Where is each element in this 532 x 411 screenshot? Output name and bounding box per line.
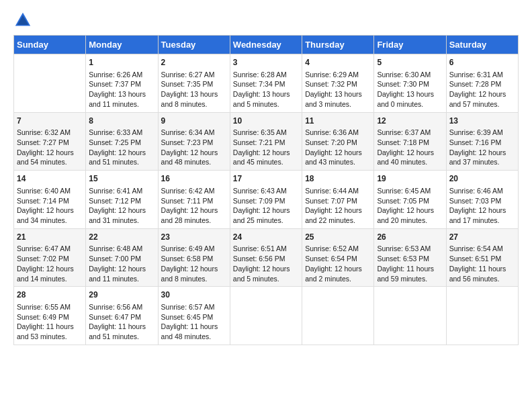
- day-info: Sunrise: 6:26 AM Sunset: 7:37 PM Dayligh…: [89, 70, 154, 109]
- calendar-cell: 28Sunrise: 6:55 AM Sunset: 6:49 PM Dayli…: [14, 287, 86, 345]
- day-number: 7: [17, 116, 83, 127]
- calendar-cell: 18Sunrise: 6:44 AM Sunset: 7:07 PM Dayli…: [302, 171, 374, 229]
- day-info: Sunrise: 6:51 AM Sunset: 6:56 PM Dayligh…: [233, 244, 299, 283]
- day-number: 1: [89, 57, 154, 68]
- calendar-cell: 12Sunrise: 6:37 AM Sunset: 7:18 PM Dayli…: [374, 112, 446, 171]
- day-info: Sunrise: 6:35 AM Sunset: 7:21 PM Dayligh…: [233, 128, 299, 167]
- day-number: 6: [449, 57, 515, 68]
- calendar-cell: 23Sunrise: 6:49 AM Sunset: 6:58 PM Dayli…: [158, 228, 230, 287]
- day-number: 21: [17, 232, 83, 243]
- day-number: 4: [305, 57, 371, 68]
- column-header-tuesday: Tuesday: [158, 36, 230, 54]
- day-number: 12: [377, 116, 443, 127]
- calendar-week-3: 14Sunrise: 6:40 AM Sunset: 7:14 PM Dayli…: [14, 171, 519, 229]
- calendar-header-row: SundayMondayTuesdayWednesdayThursdayFrid…: [14, 36, 519, 54]
- calendar-cell: 15Sunrise: 6:41 AM Sunset: 7:12 PM Dayli…: [86, 171, 158, 229]
- day-number: 15: [89, 173, 154, 185]
- calendar-cell: 6Sunrise: 6:31 AM Sunset: 7:28 PM Daylig…: [446, 54, 518, 113]
- calendar-table: SundayMondayTuesdayWednesdayThursdayFrid…: [13, 35, 519, 345]
- calendar-cell: 20Sunrise: 6:46 AM Sunset: 7:03 PM Dayli…: [446, 171, 518, 229]
- day-number: 14: [17, 173, 83, 185]
- calendar-cell: 22Sunrise: 6:48 AM Sunset: 7:00 PM Dayli…: [86, 228, 158, 287]
- calendar-cell: [446, 287, 518, 345]
- day-number: 11: [305, 116, 371, 127]
- day-info: Sunrise: 6:37 AM Sunset: 7:18 PM Dayligh…: [377, 128, 443, 167]
- column-header-thursday: Thursday: [302, 36, 374, 54]
- calendar-cell: 9Sunrise: 6:34 AM Sunset: 7:23 PM Daylig…: [158, 112, 230, 171]
- day-number: 8: [89, 116, 154, 127]
- day-info: Sunrise: 6:43 AM Sunset: 7:09 PM Dayligh…: [233, 186, 299, 226]
- day-info: Sunrise: 6:28 AM Sunset: 7:34 PM Dayligh…: [233, 70, 299, 109]
- calendar-cell: 10Sunrise: 6:35 AM Sunset: 7:21 PM Dayli…: [230, 112, 302, 171]
- calendar-week-5: 28Sunrise: 6:55 AM Sunset: 6:49 PM Dayli…: [14, 287, 519, 345]
- calendar-cell: 13Sunrise: 6:39 AM Sunset: 7:16 PM Dayli…: [446, 112, 518, 171]
- calendar-cell: 5Sunrise: 6:30 AM Sunset: 7:30 PM Daylig…: [374, 54, 446, 113]
- day-info: Sunrise: 6:45 AM Sunset: 7:05 PM Dayligh…: [377, 186, 443, 226]
- column-header-sunday: Sunday: [14, 36, 86, 54]
- calendar-cell: 11Sunrise: 6:36 AM Sunset: 7:20 PM Dayli…: [302, 112, 374, 171]
- day-info: Sunrise: 6:49 AM Sunset: 6:58 PM Dayligh…: [161, 244, 227, 283]
- day-info: Sunrise: 6:32 AM Sunset: 7:27 PM Dayligh…: [17, 128, 83, 167]
- day-info: Sunrise: 6:56 AM Sunset: 6:47 PM Dayligh…: [89, 302, 154, 342]
- column-header-friday: Friday: [374, 36, 446, 54]
- day-info: Sunrise: 6:44 AM Sunset: 7:07 PM Dayligh…: [305, 186, 371, 226]
- calendar-cell: 2Sunrise: 6:27 AM Sunset: 7:35 PM Daylig…: [158, 54, 230, 113]
- calendar-cell: [14, 54, 86, 113]
- calendar-cell: 25Sunrise: 6:52 AM Sunset: 6:54 PM Dayli…: [302, 228, 374, 287]
- day-number: 17: [233, 173, 299, 185]
- calendar-cell: 17Sunrise: 6:43 AM Sunset: 7:09 PM Dayli…: [230, 171, 302, 229]
- day-info: Sunrise: 6:34 AM Sunset: 7:23 PM Dayligh…: [161, 128, 227, 167]
- day-info: Sunrise: 6:55 AM Sunset: 6:49 PM Dayligh…: [17, 302, 83, 342]
- day-number: 18: [305, 173, 371, 185]
- calendar-week-1: 1Sunrise: 6:26 AM Sunset: 7:37 PM Daylig…: [14, 54, 519, 113]
- day-number: 27: [449, 232, 515, 243]
- calendar-cell: 14Sunrise: 6:40 AM Sunset: 7:14 PM Dayli…: [14, 171, 86, 229]
- day-number: 13: [449, 116, 515, 127]
- day-info: Sunrise: 6:48 AM Sunset: 7:00 PM Dayligh…: [89, 244, 154, 283]
- day-number: 16: [161, 173, 227, 185]
- day-info: Sunrise: 6:36 AM Sunset: 7:20 PM Dayligh…: [305, 128, 371, 167]
- calendar-cell: [302, 287, 374, 345]
- day-info: Sunrise: 6:42 AM Sunset: 7:11 PM Dayligh…: [161, 186, 227, 226]
- day-info: Sunrise: 6:46 AM Sunset: 7:03 PM Dayligh…: [449, 186, 515, 226]
- calendar-cell: 24Sunrise: 6:51 AM Sunset: 6:56 PM Dayli…: [230, 228, 302, 287]
- day-info: Sunrise: 6:54 AM Sunset: 6:51 PM Dayligh…: [449, 244, 515, 283]
- day-info: Sunrise: 6:53 AM Sunset: 6:53 PM Dayligh…: [377, 244, 443, 283]
- day-number: 24: [233, 232, 299, 243]
- day-number: 5: [377, 57, 443, 68]
- day-number: 23: [161, 232, 227, 243]
- calendar-cell: [230, 287, 302, 345]
- day-number: 9: [161, 116, 227, 127]
- day-number: 22: [89, 232, 154, 243]
- day-info: Sunrise: 6:33 AM Sunset: 7:25 PM Dayligh…: [89, 128, 154, 167]
- calendar-cell: 1Sunrise: 6:26 AM Sunset: 7:37 PM Daylig…: [86, 54, 158, 113]
- day-info: Sunrise: 6:30 AM Sunset: 7:30 PM Dayligh…: [377, 70, 443, 109]
- calendar-week-2: 7Sunrise: 6:32 AM Sunset: 7:27 PM Daylig…: [14, 112, 519, 171]
- calendar-cell: 19Sunrise: 6:45 AM Sunset: 7:05 PM Dayli…: [374, 171, 446, 229]
- calendar-cell: 4Sunrise: 6:29 AM Sunset: 7:32 PM Daylig…: [302, 54, 374, 113]
- day-info: Sunrise: 6:27 AM Sunset: 7:35 PM Dayligh…: [161, 70, 227, 109]
- day-number: 26: [377, 232, 443, 243]
- calendar-cell: 16Sunrise: 6:42 AM Sunset: 7:11 PM Dayli…: [158, 171, 230, 229]
- day-info: Sunrise: 6:47 AM Sunset: 7:02 PM Dayligh…: [17, 244, 83, 283]
- calendar-cell: 21Sunrise: 6:47 AM Sunset: 7:02 PM Dayli…: [14, 228, 86, 287]
- day-info: Sunrise: 6:57 AM Sunset: 6:45 PM Dayligh…: [161, 302, 227, 342]
- column-header-wednesday: Wednesday: [230, 36, 302, 54]
- day-info: Sunrise: 6:52 AM Sunset: 6:54 PM Dayligh…: [305, 244, 371, 283]
- day-number: 10: [233, 116, 299, 127]
- calendar-cell: 27Sunrise: 6:54 AM Sunset: 6:51 PM Dayli…: [446, 228, 518, 287]
- day-number: 19: [377, 173, 443, 185]
- day-info: Sunrise: 6:40 AM Sunset: 7:14 PM Dayligh…: [17, 186, 83, 226]
- calendar-cell: [374, 287, 446, 345]
- day-info: Sunrise: 6:39 AM Sunset: 7:16 PM Dayligh…: [449, 128, 515, 167]
- day-info: Sunrise: 6:31 AM Sunset: 7:28 PM Dayligh…: [449, 70, 515, 109]
- generalblue-logo-icon: [13, 11, 32, 30]
- calendar-cell: 26Sunrise: 6:53 AM Sunset: 6:53 PM Dayli…: [374, 228, 446, 287]
- column-header-saturday: Saturday: [446, 36, 518, 54]
- day-number: 3: [233, 57, 299, 68]
- column-header-monday: Monday: [86, 36, 158, 54]
- page-header: [13, 11, 519, 30]
- day-number: 20: [449, 173, 515, 185]
- calendar-cell: 8Sunrise: 6:33 AM Sunset: 7:25 PM Daylig…: [86, 112, 158, 171]
- calendar-week-4: 21Sunrise: 6:47 AM Sunset: 7:02 PM Dayli…: [14, 228, 519, 287]
